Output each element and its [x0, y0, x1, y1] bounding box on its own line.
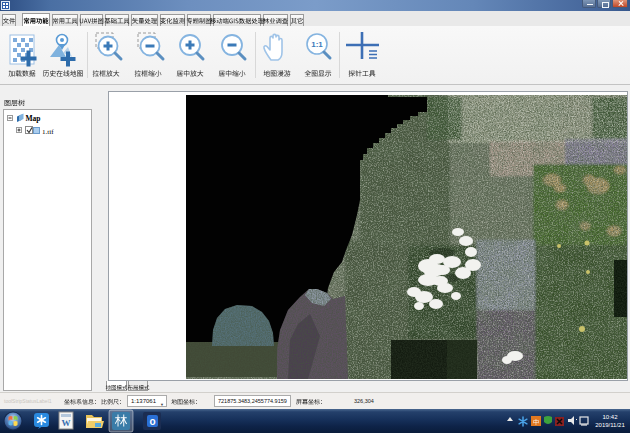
svg-text:Map: Map	[26, 114, 41, 123]
svg-text:o: o	[149, 416, 155, 427]
svg-text:1.tif: 1.tif	[42, 128, 54, 136]
svg-text:W: W	[62, 418, 71, 428]
